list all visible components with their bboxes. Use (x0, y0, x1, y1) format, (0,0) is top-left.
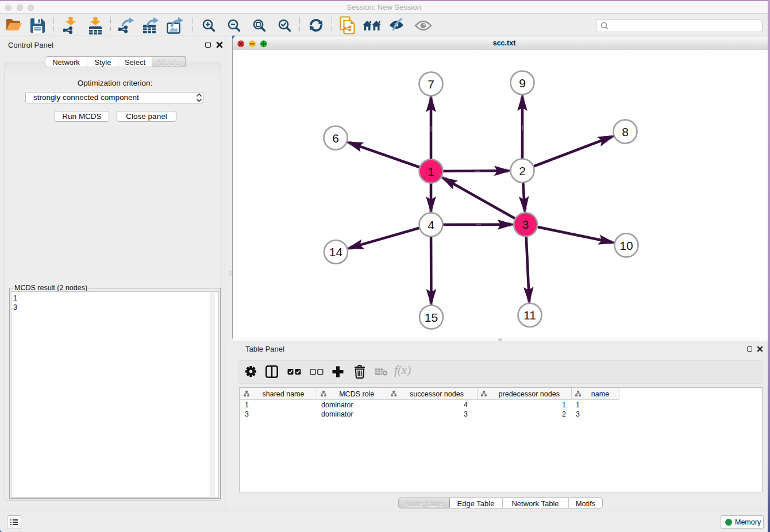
svg-text:15: 15 (425, 311, 438, 324)
svg-text:8: 8 (622, 125, 629, 138)
svg-text:6: 6 (332, 132, 339, 145)
svg-text:10: 10 (619, 239, 633, 252)
svg-text:14: 14 (329, 245, 343, 259)
svg-text:1: 1 (428, 165, 434, 178)
svg-text:7: 7 (428, 78, 434, 91)
svg-text:2: 2 (519, 164, 526, 178)
svg-text:11: 11 (523, 309, 536, 322)
svg-text:3: 3 (522, 218, 529, 231)
svg-text:9: 9 (519, 76, 526, 90)
svg-text:4: 4 (428, 218, 434, 232)
